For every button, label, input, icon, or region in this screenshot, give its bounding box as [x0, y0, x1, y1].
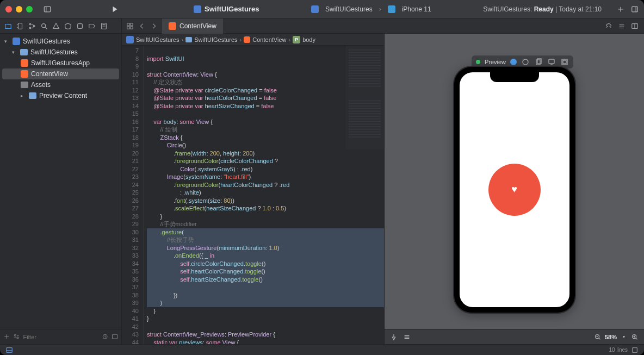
filter-input[interactable]	[23, 334, 98, 340]
svg-rect-0	[44, 7, 50, 12]
property-badge-icon: P	[293, 36, 300, 43]
window-close-button[interactable]	[5, 6, 12, 13]
preview-label: Preview	[485, 59, 506, 65]
scm-filter-icon[interactable]	[112, 333, 118, 341]
activity-status: SwiftUIGestures: Ready | Today at 21:10	[483, 5, 602, 13]
find-navigator-icon[interactable]	[40, 22, 48, 30]
preview-device-icon[interactable]	[547, 58, 556, 66]
tab-contentview[interactable]: ContentView	[162, 18, 223, 34]
lines-toggle-icon[interactable]	[631, 346, 639, 354]
live-preview-button[interactable]	[510, 59, 517, 65]
svg-rect-19	[131, 23, 133, 25]
app-icon	[194, 5, 201, 13]
svg-point-12	[42, 23, 46, 27]
forward-icon[interactable]	[150, 22, 158, 30]
canvas-preview: Preview ♥	[384, 34, 644, 344]
zoom-in-icon[interactable]	[631, 333, 639, 341]
file-contentview[interactable]: ContentView	[2, 68, 119, 79]
add-file-icon[interactable]	[3, 333, 10, 341]
library-icon[interactable]	[631, 5, 639, 13]
svg-rect-14	[78, 23, 83, 28]
svg-point-10	[29, 27, 31, 29]
line-gutter: 7891011121314151617181920212223242526272…	[122, 46, 144, 344]
project-navigator-icon[interactable]	[4, 22, 12, 30]
symbol-navigator-icon[interactable]	[28, 22, 36, 30]
status-bar: 10 lines	[0, 344, 644, 355]
file-swiftuigesturesapp[interactable]: SwiftUIGesturesApp	[0, 58, 121, 68]
review-icon[interactable]	[605, 22, 612, 30]
svg-rect-54	[633, 347, 637, 352]
recent-filter-icon[interactable]	[102, 333, 108, 341]
canvas-footer: 58% ▾	[385, 329, 644, 344]
svg-line-51	[636, 338, 637, 339]
scheme-app-icon	[311, 5, 319, 13]
preview-inspect-icon[interactable]	[521, 58, 530, 66]
pin-preview-icon[interactable]	[390, 333, 398, 341]
tab-label: ContentView	[179, 22, 216, 30]
preview-duplicate-icon[interactable]	[534, 58, 543, 66]
back-icon[interactable]	[138, 22, 146, 30]
swift-file-icon	[21, 70, 28, 78]
assets-icon	[21, 82, 28, 88]
minimap[interactable]	[345, 46, 384, 149]
preview-settings-icon[interactable]	[560, 58, 569, 66]
live-indicator-icon	[476, 60, 480, 64]
group-folder[interactable]: ▾SwiftUIGestures	[0, 47, 121, 58]
project-icon	[126, 36, 134, 43]
svg-line-13	[45, 27, 47, 29]
swift-file-icon	[244, 36, 250, 43]
folder-icon	[29, 92, 36, 99]
svg-rect-34	[112, 335, 117, 339]
run-destination[interactable]: iPhone 11	[402, 5, 431, 13]
swift-file-icon	[21, 59, 28, 67]
svg-rect-20	[127, 26, 129, 28]
device-screen[interactable]: ♥	[460, 72, 569, 307]
filter-icon[interactable]	[13, 333, 20, 341]
run-button-icon[interactable]	[111, 5, 119, 13]
svg-point-29	[15, 335, 16, 337]
heart-icon: ♥	[511, 184, 517, 195]
jump-bar[interactable]: SwiftUIGestures› SwiftUIGestures› Conten…	[122, 34, 384, 46]
folder-icon	[185, 37, 192, 42]
svg-point-9	[29, 23, 31, 25]
svg-line-47	[599, 338, 600, 339]
project-name: SwiftUIGestures	[205, 5, 259, 13]
scheme-name[interactable]: SwiftUIGestures	[325, 5, 373, 13]
project-icon	[13, 38, 20, 45]
add-editor-icon[interactable]	[631, 22, 639, 30]
assets-item[interactable]: Assets	[0, 79, 121, 90]
svg-rect-38	[549, 59, 554, 64]
window-minimize-button[interactable]	[16, 6, 22, 13]
report-navigator-icon[interactable]	[100, 22, 108, 30]
device-icon	[388, 5, 395, 13]
svg-point-31	[17, 337, 18, 339]
svg-rect-52	[7, 347, 13, 352]
issue-navigator-icon[interactable]	[52, 22, 60, 30]
preview-content-folder[interactable]: ▸Preview Content	[0, 90, 121, 101]
sidebar-toggle-icon[interactable]	[44, 5, 51, 13]
tool-bar: ContentView	[0, 18, 644, 34]
related-items-icon[interactable]	[126, 22, 134, 30]
project-root[interactable]: ▾SwiftUIGestures	[0, 36, 121, 47]
svg-rect-18	[127, 23, 129, 25]
source-control-navigator-icon[interactable]	[16, 22, 24, 30]
navigator-filter-bar	[0, 329, 121, 344]
svg-rect-4	[632, 7, 638, 12]
adjust-editor-icon[interactable]	[618, 22, 626, 30]
window-zoom-button[interactable]	[26, 6, 33, 13]
code-editor[interactable]: 7891011121314151617181920212223242526272…	[122, 46, 384, 344]
swift-file-icon	[169, 22, 176, 30]
navigator-sidebar: ▾SwiftUIGestures ▾SwiftUIGestures SwiftU…	[0, 34, 122, 344]
device-notch	[490, 72, 539, 82]
test-navigator-icon[interactable]	[64, 22, 72, 30]
red-circle: ♥	[488, 164, 541, 216]
chevron-down-icon[interactable]: ▾	[620, 333, 628, 341]
zoom-out-icon[interactable]	[594, 333, 602, 341]
add-icon[interactable]	[617, 5, 624, 13]
preview-list-icon[interactable]	[403, 333, 411, 341]
zoom-level[interactable]: 58%	[605, 334, 617, 340]
debug-area-toggle-icon[interactable]	[5, 346, 13, 354]
debug-navigator-icon[interactable]	[76, 22, 84, 30]
folder-icon	[20, 49, 28, 55]
breakpoint-navigator-icon[interactable]	[88, 22, 96, 30]
